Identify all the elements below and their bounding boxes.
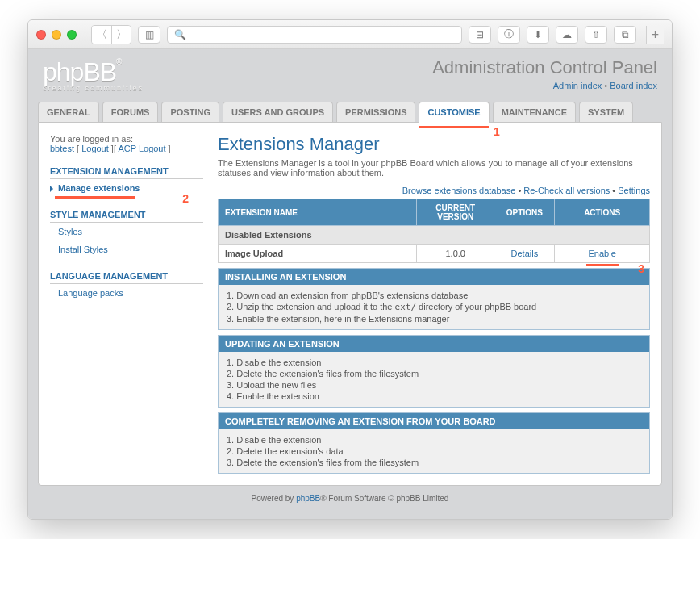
ext-version: 1.0.0 — [417, 245, 494, 263]
phpbb-logo: phpBB® creating communities — [43, 57, 144, 92]
infobox-update: UPDATING AN EXTENSION 1. Disable the ext… — [218, 335, 650, 408]
sep: • — [515, 186, 523, 195]
sidebar-item-install-styles[interactable]: Install Styles — [50, 241, 203, 258]
back-button[interactable]: 〈 — [92, 26, 111, 44]
step: 1. Download an extension from phpBB's ex… — [227, 290, 641, 301]
ext-details-link[interactable]: Details — [511, 249, 539, 258]
infobox-body: 1. Disable the extension 2. Delete the e… — [219, 429, 649, 473]
acp-header: phpBB® creating communities Administrati… — [28, 49, 672, 97]
step: 1. Disable the extension — [227, 357, 641, 368]
infobox-title: COMPLETELY REMOVING AN EXTENSION FROM YO… — [219, 413, 649, 429]
cloud-icon[interactable]: ☁ — [556, 26, 578, 44]
ext-enable-link[interactable]: Enable — [589, 249, 616, 258]
main-intro: The Extensions Manager is a tool in your… — [218, 158, 650, 178]
username-link[interactable]: bbtest — [50, 144, 74, 153]
browse-ext-db-link[interactable]: Browse extensions database — [402, 186, 516, 195]
tab-system[interactable]: SYSTEM — [579, 102, 633, 122]
reader-icon[interactable]: ⊟ — [469, 26, 491, 44]
col-options: OPTIONS — [494, 199, 555, 226]
annotation-3: 3 — [638, 262, 644, 275]
logo-tagline: creating communities — [43, 84, 144, 92]
step: 2. Delete the extension's data — [227, 446, 641, 457]
browser-window: 〈 〉 ▥ 🔍 ⊟ ⓘ ⬇ ☁ ⇧ ⧉ + phpBB® creating co… — [27, 19, 673, 520]
annotation-1: 1 — [494, 125, 500, 138]
logout-link[interactable]: Logout — [81, 144, 109, 153]
tab-forums[interactable]: FORUMS — [102, 102, 159, 122]
sidebar-toggle-icon[interactable]: ▥ — [138, 26, 160, 44]
search-icon: 🔍 — [174, 29, 186, 40]
infobox-title: UPDATING AN EXTENSION — [219, 336, 649, 352]
header-right: Administration Control Panel Admin index… — [432, 57, 657, 90]
downloads-icon[interactable]: ⬇ — [527, 26, 549, 44]
infobox-install: INSTALLING AN EXTENSION 1. Download an e… — [218, 268, 650, 330]
sep: • — [610, 186, 618, 195]
sidebar-section-style: STYLE MANAGEMENT — [50, 202, 203, 223]
ext-row-image-upload: Image Upload 1.0.0 Details Enable 3 — [219, 245, 650, 263]
logo-text: phpBB — [43, 57, 116, 86]
tabs-icon[interactable]: ⧉ — [614, 26, 636, 44]
ext-settings-link[interactable]: Settings — [618, 186, 650, 195]
new-tab-button[interactable]: + — [646, 26, 664, 44]
forward-button[interactable]: 〉 — [111, 26, 131, 44]
acp-logout-link[interactable]: ACP Logout — [118, 144, 165, 153]
sidebar-item-manage-extensions[interactable]: Manage extensions 2 — [50, 179, 203, 197]
tab-customise[interactable]: CUSTOMISE 1 — [419, 102, 489, 122]
nav-back-forward: 〈 〉 — [91, 25, 131, 44]
annotation-underline-2 — [55, 196, 135, 199]
sidebar-item-styles[interactable]: Styles — [50, 223, 203, 241]
recheck-versions-link[interactable]: Re-Check all versions — [523, 186, 610, 195]
acp-main: Extensions Manager The Extensions Manage… — [218, 134, 650, 474]
col-version: CURRENT VERSION — [417, 199, 494, 226]
step: 1. Disable the extension — [227, 434, 641, 446]
ext-toolbar: Browse extensions database • Re-Check al… — [218, 186, 650, 195]
toolbar-right: ⊟ ⓘ ⬇ ☁ ⇧ ⧉ — [469, 26, 636, 44]
sidebar-section-language: LANGUAGE MANAGEMENT — [50, 263, 203, 284]
page: phpBB® creating communities Administrati… — [28, 49, 672, 519]
extensions-table: EXTENSION NAME CURRENT VERSION OPTIONS A… — [218, 199, 650, 263]
tab-posting[interactable]: POSTING — [161, 102, 219, 122]
footer: Powered by phpBB® Forum Software © phpBB… — [28, 486, 672, 511]
minimize-icon[interactable] — [52, 30, 61, 40]
share-icon[interactable]: ⇧ — [585, 26, 607, 44]
tab-customise-label: CUSTOMISE — [427, 107, 480, 117]
tab-users-groups[interactable]: USERS AND GROUPS — [223, 102, 333, 122]
zoom-icon[interactable] — [67, 30, 77, 40]
footer-suffix: ® Forum Software © phpBB Limited — [320, 494, 448, 503]
acp-tabs: GENERAL FORUMS POSTING USERS AND GROUPS … — [28, 102, 672, 122]
infobox-body: 1. Download an extension from phpBB's ex… — [219, 285, 649, 329]
page-title: Administration Control Panel — [432, 57, 657, 78]
step: 2. Delete the extension's files from the… — [227, 368, 641, 379]
tab-maintenance[interactable]: MAINTENANCE — [493, 102, 576, 122]
ext-name: Image Upload — [225, 249, 283, 258]
infobox-remove: COMPLETELY REMOVING AN EXTENSION FROM YO… — [218, 412, 650, 474]
browser-titlebar: 〈 〉 ▥ 🔍 ⊟ ⓘ ⬇ ☁ ⇧ ⧉ + — [28, 20, 672, 49]
sidebar-section-extension: EXTENSION MANAGEMENT — [50, 158, 203, 179]
close-icon[interactable] — [36, 30, 46, 40]
table-header-row: EXTENSION NAME CURRENT VERSION OPTIONS A… — [219, 199, 650, 226]
step: 2. Unzip the extension and upload it to … — [227, 301, 641, 313]
footer-phpbb-link[interactable]: phpBB — [296, 494, 320, 503]
annotation-underline-3 — [586, 264, 619, 266]
step: 3. Enable the extension, here in the Ext… — [227, 313, 641, 324]
acp-panel: You are logged in as: bbtest [ Logout ][… — [38, 122, 662, 486]
col-actions: ACTIONS — [555, 199, 650, 226]
col-name: EXTENSION NAME — [219, 199, 417, 226]
header-links: Admin index • Board index — [432, 81, 657, 90]
window-controls — [36, 30, 77, 40]
disabled-heading: Disabled Extensions — [219, 226, 650, 245]
tab-general[interactable]: GENERAL — [38, 102, 99, 122]
address-bar[interactable]: 🔍 — [167, 26, 462, 44]
main-title: Extensions Manager — [218, 134, 650, 155]
annotation-2: 2 — [182, 192, 189, 205]
info-icon[interactable]: ⓘ — [498, 26, 520, 44]
tab-permissions[interactable]: PERMISSIONS — [336, 102, 415, 122]
admin-index-link[interactable]: Admin index — [553, 81, 602, 90]
infobox-body: 1. Disable the extension 2. Delete the e… — [219, 352, 649, 407]
board-index-link[interactable]: Board index — [610, 81, 657, 90]
disabled-ext-subhead: Disabled Extensions — [219, 226, 650, 245]
login-info: You are logged in as: bbtest [ Logout ][… — [50, 134, 203, 153]
annotation-underline-1 — [419, 126, 488, 128]
acp-sidebar: You are logged in as: bbtest [ Logout ][… — [50, 134, 203, 474]
sidebar-item-language-packs[interactable]: Language packs — [50, 284, 203, 302]
step: 3. Delete the extension's files from the… — [227, 457, 641, 468]
